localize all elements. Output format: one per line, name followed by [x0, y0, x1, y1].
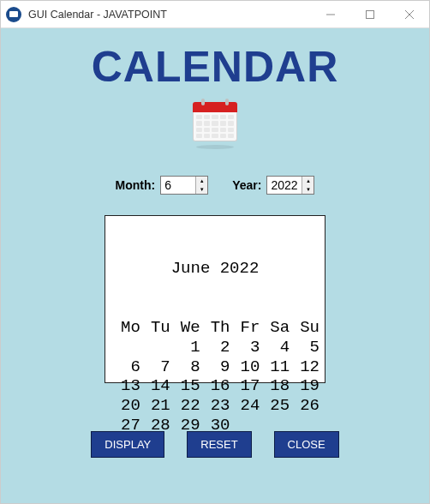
display-button[interactable]: DISPLAY — [91, 431, 164, 458]
calendar-cell: 22 — [170, 396, 200, 416]
year-value[interactable]: 2022 — [267, 177, 302, 194]
year-down-icon[interactable]: ▼ — [302, 185, 314, 194]
calendar-cell: 16 — [200, 376, 230, 396]
calendar-row: 6789101112 — [110, 357, 320, 377]
calendar-row: 13141516171819 — [110, 376, 320, 396]
calendar-cell: Th — [200, 318, 230, 338]
calendar-cell: 18 — [260, 376, 290, 396]
calendar-cell: 9 — [200, 357, 230, 377]
calendar-cell: 3 — [230, 338, 260, 357]
svg-rect-1 — [367, 10, 374, 18]
maximize-icon — [366, 10, 374, 19]
maximize-button[interactable] — [350, 1, 390, 27]
calendar-cell: 5 — [290, 338, 320, 357]
calendar-month-title: June 2022 — [110, 259, 320, 279]
calendar-cell — [110, 338, 140, 357]
calendar-cell: 2 — [200, 338, 230, 357]
calendar-cell — [140, 338, 170, 357]
close-button[interactable]: CLOSE — [274, 431, 339, 458]
calendar-row: MoTuWeThFrSaSu — [110, 318, 320, 338]
month-down-icon[interactable]: ▼ — [196, 185, 207, 194]
calendar-cell: 6 — [110, 357, 140, 377]
calendar-cell: 14 — [140, 376, 170, 396]
year-spinner[interactable]: 2022 ▲ ▼ — [266, 176, 314, 195]
calendar-cell: 15 — [170, 376, 200, 396]
calendar-row: 20212223242526 — [110, 396, 320, 416]
reset-button[interactable]: RESET — [187, 431, 251, 458]
calendar-cell: Tu — [140, 318, 170, 338]
calendar-cell: 25 — [260, 396, 290, 416]
year-label: Year: — [232, 178, 261, 192]
close-window-button[interactable] — [390, 1, 429, 27]
calendar-row: 12345 — [110, 338, 320, 357]
calendar-cell: Su — [290, 318, 320, 338]
close-icon — [405, 10, 414, 19]
calendar-cell: 20 — [110, 396, 140, 416]
minimize-icon — [326, 10, 335, 19]
calendar-cell: Fr — [230, 318, 260, 338]
minimize-button[interactable] — [311, 1, 350, 27]
month-label: Month: — [116, 178, 156, 192]
calendar-cell: 7 — [140, 357, 170, 377]
calendar-cell: 19 — [290, 376, 320, 396]
calendar-cell: 17 — [230, 376, 260, 396]
window-title: GUI Calendar - JAVATPOINT — [28, 9, 311, 21]
calendar-cell: 11 — [260, 357, 290, 377]
calendar-cell: 21 — [140, 396, 170, 416]
calendar-cell: 26 — [290, 396, 320, 416]
year-up-icon[interactable]: ▲ — [302, 177, 314, 185]
calendar-cell: 13 — [110, 376, 140, 396]
calendar-cell: We — [170, 318, 200, 338]
calendar-icon — [190, 102, 240, 153]
calendar-cell: 8 — [170, 357, 200, 377]
app-icon — [6, 7, 21, 22]
titlebar: GUI Calendar - JAVATPOINT — [1, 1, 429, 28]
calendar-cell: 24 — [230, 396, 260, 416]
calendar-cell: 1 — [170, 338, 200, 357]
month-value[interactable]: 6 — [161, 177, 195, 194]
calendar-cell: Sa — [260, 318, 290, 338]
calendar-cell: 12 — [290, 357, 320, 377]
page-heading: CALENDAR — [92, 42, 339, 92]
month-up-icon[interactable]: ▲ — [196, 177, 207, 185]
calendar-cell: Mo — [110, 318, 140, 338]
calendar-cell: 23 — [200, 396, 230, 416]
month-spinner[interactable]: 6 ▲ ▼ — [160, 176, 208, 195]
calendar-output: June 2022 MoTuWeThFrSaSu1234567891011121… — [105, 215, 325, 383]
calendar-cell: 4 — [260, 338, 290, 357]
calendar-cell: 10 — [230, 357, 260, 377]
